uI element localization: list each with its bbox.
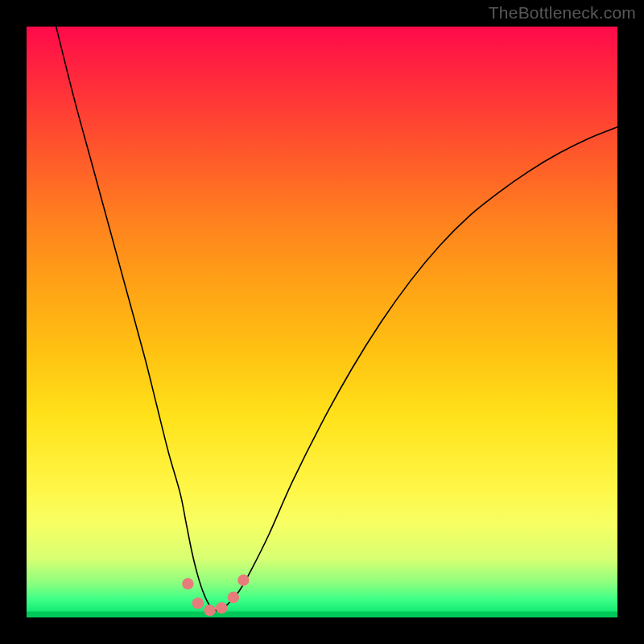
marker-dot: [192, 597, 204, 609]
marker-dot: [216, 602, 227, 613]
plot-area: [27, 27, 617, 617]
chart-svg: [27, 27, 617, 617]
marker-dot: [237, 575, 249, 586]
marker-dot: [228, 592, 239, 603]
watermark-text: TheBottleneck.com: [489, 3, 636, 23]
marker-dot: [204, 605, 215, 616]
chart-frame: TheBottleneck.com: [0, 0, 644, 644]
green-bottom-band: [27, 612, 617, 617]
marker-dot: [182, 578, 193, 589]
bottleneck-curve: [56, 27, 617, 611]
